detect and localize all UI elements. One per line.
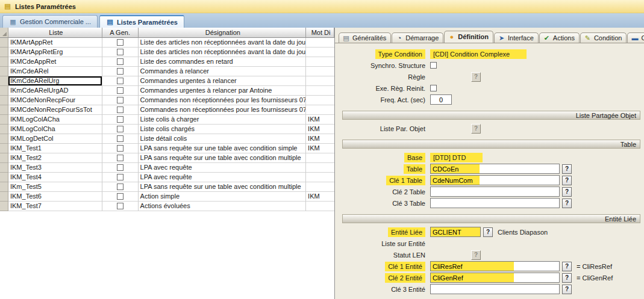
table-row[interactable]: IKMLogDetCol Liste détail colis IKM: [0, 134, 334, 144]
cle1-entite-lookup-button[interactable]: ?: [562, 262, 572, 271]
row-selector[interactable]: [0, 96, 8, 105]
cell-mot[interactable]: IKM: [306, 134, 334, 144]
a-gen-checkbox[interactable]: [117, 58, 123, 65]
a-gen-checkbox[interactable]: [117, 116, 123, 123]
a-gen-checkbox[interactable]: [117, 193, 123, 200]
cell-liste[interactable]: IKMArtAppRet: [8, 38, 102, 48]
cell-agen[interactable]: [102, 134, 139, 144]
base-value[interactable]: [DTD] DTD: [430, 153, 483, 162]
cell-mot[interactable]: [306, 96, 334, 105]
a-gen-checkbox[interactable]: [117, 155, 123, 161]
row-selector[interactable]: [0, 86, 8, 96]
cle1-table-lookup-button[interactable]: ?: [562, 176, 572, 185]
liste-par-objet-lookup-button[interactable]: ?: [471, 124, 481, 134]
table-input[interactable]: [430, 164, 560, 174]
a-gen-checkbox[interactable]: [117, 135, 123, 142]
table-row[interactable]: IKMCdeNonRecpFour Commandes non réceptio…: [0, 96, 334, 105]
cell-liste[interactable]: IKmCdeARelUrg: [8, 76, 102, 86]
cell-mot[interactable]: [306, 57, 334, 67]
cell-agen[interactable]: [102, 144, 139, 153]
cell-agen[interactable]: [102, 202, 139, 211]
cell-mot[interactable]: IKM: [306, 144, 334, 153]
cell-designation[interactable]: Actions évoluées: [139, 202, 307, 211]
cell-designation[interactable]: Liste colis à charger: [139, 115, 307, 125]
a-gen-checkbox[interactable]: [117, 97, 123, 103]
cell-designation[interactable]: LPA sans requête sur une table avec cond…: [139, 153, 307, 163]
cell-liste[interactable]: IKMArtAppRetErg: [8, 48, 102, 57]
column-header-agen[interactable]: A Gen.: [102, 28, 139, 38]
cle2-table-lookup-button[interactable]: ?: [562, 187, 572, 197]
a-gen-checkbox[interactable]: [117, 203, 123, 209]
row-selector[interactable]: [0, 144, 8, 153]
column-header-liste[interactable]: Liste: [8, 28, 102, 38]
a-gen-checkbox[interactable]: [117, 183, 123, 190]
row-selector[interactable]: [0, 38, 8, 48]
a-gen-checkbox[interactable]: [117, 145, 123, 152]
table-row[interactable]: IKM_Test2 LPA sans requête sur une table…: [0, 153, 334, 163]
column-header-mot[interactable]: Mot Di: [306, 28, 334, 38]
table-row[interactable]: IKmCdeARelUrgAD Commandes urgentes à rel…: [0, 86, 334, 96]
regle-lookup-button[interactable]: ?: [471, 72, 481, 82]
cell-mot[interactable]: [306, 48, 334, 57]
cell-designation[interactable]: Commandes urgentes à relancer: [139, 76, 307, 86]
row-selector[interactable]: [0, 125, 8, 134]
table-row[interactable]: IKMCdeAppRet Liste des commandes en reta…: [0, 57, 334, 67]
cell-designation[interactable]: Liste des articles non réceptionnées ava…: [139, 38, 307, 48]
cell-liste[interactable]: IKM_Test4: [8, 173, 102, 182]
table-row[interactable]: IKMLogColCha Liste colis chargés IKM: [0, 125, 334, 134]
exe-reg-reinit-checkbox[interactable]: [430, 85, 437, 91]
statut-len-lookup-button[interactable]: ?: [471, 250, 481, 260]
cell-designation[interactable]: Liste colis chargés: [139, 125, 307, 134]
cell-mot[interactable]: IKM: [306, 192, 334, 202]
cell-agen[interactable]: [102, 76, 139, 86]
a-gen-checkbox[interactable]: [117, 106, 123, 113]
cle2-entite-lookup-button[interactable]: ?: [562, 273, 572, 283]
detail-tab-interface[interactable]: Interface: [494, 32, 539, 43]
cle3-entite-lookup-button[interactable]: ?: [562, 285, 572, 294]
detail-tab-condition[interactable]: Condition: [580, 32, 627, 43]
row-selector[interactable]: [0, 57, 8, 67]
cell-liste[interactable]: IKMCdeNonRecpFourSsTot: [8, 105, 102, 115]
cell-liste[interactable]: IKmCdeARelUrgAD: [8, 86, 102, 96]
cell-liste[interactable]: IKMLogDetCol: [8, 134, 102, 144]
cell-designation[interactable]: Action simple: [139, 192, 307, 202]
row-selector[interactable]: [0, 134, 8, 144]
cle1-table-input[interactable]: [430, 175, 560, 185]
cle1-entite-input[interactable]: [430, 261, 560, 271]
table-lookup-button[interactable]: ?: [562, 164, 572, 174]
entite-liee-lookup-button[interactable]: ?: [483, 227, 493, 237]
a-gen-checkbox[interactable]: [117, 87, 123, 94]
cle3-entite-input[interactable]: [430, 284, 560, 294]
cell-mot[interactable]: [306, 67, 334, 76]
detail-tab-condition2[interactable]: Condi: [627, 32, 644, 43]
type-condition-value[interactable]: [CDI] Condition Complexe: [430, 49, 527, 59]
cell-designation[interactable]: LPA sans requête sur une table avec cond…: [139, 182, 307, 192]
cle3-table-lookup-button[interactable]: ?: [562, 199, 572, 208]
row-selector[interactable]: [0, 192, 8, 202]
row-selector[interactable]: [0, 115, 8, 125]
cell-agen[interactable]: [102, 48, 139, 57]
table-row[interactable]: IKM_Test7 Actions évoluées: [0, 202, 334, 211]
cell-agen[interactable]: [102, 86, 139, 96]
cell-designation[interactable]: Liste des articles non réceptionnées ava…: [139, 48, 307, 57]
table-row[interactable]: IKMArtAppRet Liste des articles non réce…: [0, 38, 334, 48]
cle2-entite-input[interactable]: [430, 273, 560, 283]
cell-liste[interactable]: IKM_Test1: [8, 144, 102, 153]
cell-liste[interactable]: IKM_Test7: [8, 202, 102, 211]
cell-agen[interactable]: [102, 182, 139, 192]
cell-mot[interactable]: IKM: [306, 125, 334, 134]
cell-agen[interactable]: [102, 192, 139, 202]
table-row[interactable]: IKM_Test6 Action simple IKM: [0, 192, 334, 202]
cell-agen[interactable]: [102, 38, 139, 48]
column-header-designation[interactable]: Désignation: [139, 28, 307, 38]
row-selector[interactable]: [0, 182, 8, 192]
a-gen-checkbox[interactable]: [117, 174, 123, 180]
cell-liste[interactable]: IKmCdeARel: [8, 67, 102, 76]
a-gen-checkbox[interactable]: [117, 68, 123, 75]
cell-designation[interactable]: Liste détail colis: [139, 134, 307, 144]
detail-tab-definition[interactable]: Définition: [444, 31, 493, 43]
row-selector[interactable]: [0, 105, 8, 115]
table-row[interactable]: IKM_Test4 LPA avec requête: [0, 173, 334, 182]
cell-agen[interactable]: [102, 57, 139, 67]
cell-agen[interactable]: [102, 163, 139, 173]
